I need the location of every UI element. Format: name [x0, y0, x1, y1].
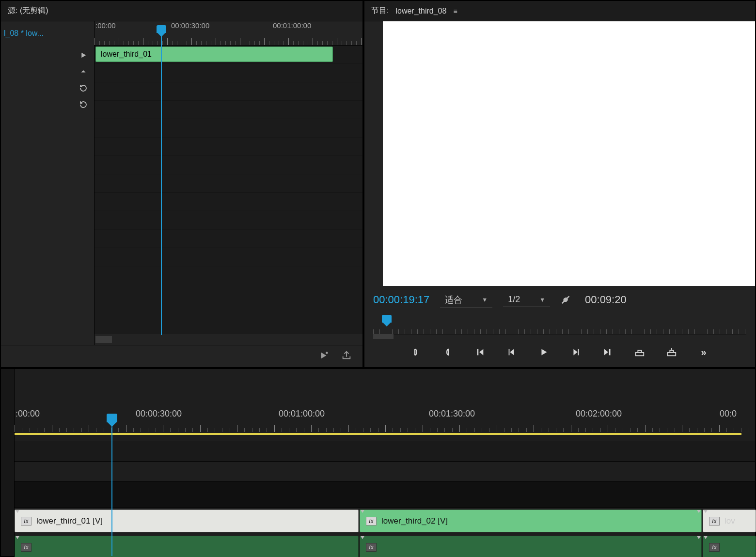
fx-badge-icon[interactable]: fx: [366, 543, 377, 552]
go-to-in-button[interactable]: [472, 345, 487, 359]
fx-badge-icon[interactable]: fx: [21, 517, 32, 526]
sequence-timeline: :00:00 00:00:30:00 00:01:00:00 00:01:30:…: [0, 368, 756, 557]
fx-badge-icon[interactable]: fx: [709, 543, 720, 552]
effect-clip[interactable]: lower_third_01: [95, 46, 333, 62]
clip-handle-icon[interactable]: [705, 536, 706, 540]
clip-effect-1[interactable]: fx: [15, 536, 359, 557]
track-v0[interactable]: fx fx fx: [15, 534, 755, 557]
play-icon[interactable]: [78, 49, 89, 61]
resolution-label: 1/2: [508, 294, 520, 305]
effect-controls-playhead[interactable]: [161, 33, 162, 335]
fx-badge-icon[interactable]: fx: [21, 543, 32, 552]
chevron-down-icon: ▼: [482, 296, 488, 303]
export-icon[interactable]: [341, 350, 352, 362]
step-back-button[interactable]: [504, 345, 519, 359]
fx-badge-icon[interactable]: fx: [366, 517, 377, 526]
clip-handle-icon[interactable]: [698, 536, 699, 540]
effect-controls-ruler[interactable]: :00:00 00:00:30:00 00:01:00:00: [94, 21, 362, 46]
clip-label: lov: [724, 516, 735, 526]
svg-point-0: [326, 352, 328, 354]
svg-rect-1: [509, 349, 510, 356]
zoom-fit-label: 适合: [445, 294, 462, 306]
ruler-label: 00:00:30:00: [136, 409, 182, 419]
program-monitor-viewport[interactable]: [383, 21, 755, 286]
track-v2[interactable]: [15, 461, 755, 481]
timeline-playhead[interactable]: [111, 422, 112, 556]
extract-button[interactable]: [664, 345, 679, 359]
timeline-gutter: [1, 369, 15, 556]
effect-controls-timeline[interactable]: :00:00 00:00:30:00 00:01:00:00 lower_thi…: [94, 21, 362, 345]
ruler-label: 00:02:00:00: [576, 409, 622, 419]
svg-rect-2: [578, 349, 579, 356]
clip-handle-icon[interactable]: [698, 510, 699, 514]
svg-rect-3: [636, 353, 644, 356]
fx-badge-icon[interactable]: fx: [709, 517, 720, 526]
play-button[interactable]: [536, 345, 551, 359]
clip-label: lower_third_01 [V]: [36, 516, 103, 526]
clip-handle-icon[interactable]: [705, 510, 706, 514]
effect-controls-scrollbar[interactable]: [94, 334, 362, 345]
program-header-name: lower_third_08: [395, 7, 446, 15]
resolution-dropdown[interactable]: 1/2 ▼: [503, 293, 550, 307]
ruler-label: 00:0: [720, 409, 737, 419]
ruler-label: 00:01:00:00: [273, 21, 311, 30]
clip-lower-third-01[interactable]: fx lower_third_01 [V]: [15, 510, 359, 532]
clip-handle-icon[interactable]: [362, 510, 363, 514]
step-forward-button[interactable]: [568, 345, 583, 359]
source-panel: 源: (无剪辑) l_08 * low...: [0, 0, 363, 368]
ruler-label: 00:01:30:00: [429, 409, 475, 419]
source-panel-header: 源: (无剪辑): [1, 1, 362, 21]
effect-clip-label: lower_third_01: [101, 50, 152, 59]
ruler-label: :00:00: [16, 409, 40, 419]
clip-lower-third-next[interactable]: fx lov: [703, 510, 756, 532]
lift-button[interactable]: [632, 345, 647, 359]
program-panel-header: 节目: lower_third_08 ≡: [364, 1, 755, 21]
program-playhead[interactable]: [382, 315, 392, 323]
program-scrollbar[interactable]: [373, 334, 394, 339]
chevron-down-icon: ▼: [539, 296, 545, 303]
ruler-label: 00:01:00:00: [279, 409, 325, 419]
track-gap: [15, 481, 755, 508]
program-header-prefix: 节目:: [371, 6, 389, 16]
work-area-bar[interactable]: [15, 433, 741, 435]
program-monitor-panel: 节目: lower_third_08 ≡ 00:00:19:17 适合 ▼ 1/…: [363, 0, 756, 368]
program-ruler[interactable]: [373, 314, 746, 335]
timecode-total: 00:09:20: [585, 294, 627, 306]
zoom-fit-dropdown[interactable]: 适合 ▼: [440, 292, 492, 308]
mark-out-button[interactable]: [441, 345, 455, 359]
clip-handle-icon[interactable]: [17, 510, 18, 514]
panel-menu-icon[interactable]: ≡: [453, 7, 458, 15]
reset-icon[interactable]: [78, 82, 89, 94]
clip-handle-icon[interactable]: [17, 536, 18, 540]
ruler-label: 00:00:30:00: [171, 21, 209, 30]
go-to-out-button[interactable]: [600, 345, 615, 359]
ruler-label: :00:00: [95, 21, 116, 30]
effect-controls-tab[interactable]: l_08 * low...: [4, 29, 44, 38]
timecode-current[interactable]: 00:00:19:17: [373, 294, 429, 306]
track-v1[interactable]: fx lower_third_01 [V] fx lower_third_02 …: [15, 508, 755, 534]
clip-label: lower_third_02 [V]: [381, 516, 448, 526]
timeline-ruler[interactable]: :00:00 00:00:30:00 00:01:00:00 00:01:30:…: [15, 409, 755, 437]
source-panel-title: 源: (无剪辑): [8, 6, 48, 16]
clip-handle-icon[interactable]: [362, 536, 363, 540]
svg-rect-4: [668, 353, 676, 356]
play-audio-icon[interactable]: [318, 350, 329, 362]
clip-effect-3[interactable]: fx: [703, 536, 756, 557]
mark-in-button[interactable]: [409, 345, 423, 359]
collapse-up-icon[interactable]: [78, 66, 89, 77]
overflow-button[interactable]: »: [696, 345, 711, 359]
clip-lower-third-02[interactable]: fx lower_third_02 [V]: [360, 510, 702, 532]
effect-controls-sidebar: l_08 * low...: [1, 21, 94, 345]
settings-icon[interactable]: [561, 294, 571, 306]
track-v3[interactable]: [15, 441, 755, 461]
reset-icon[interactable]: [78, 99, 89, 110]
clip-effect-2[interactable]: fx: [360, 536, 702, 557]
